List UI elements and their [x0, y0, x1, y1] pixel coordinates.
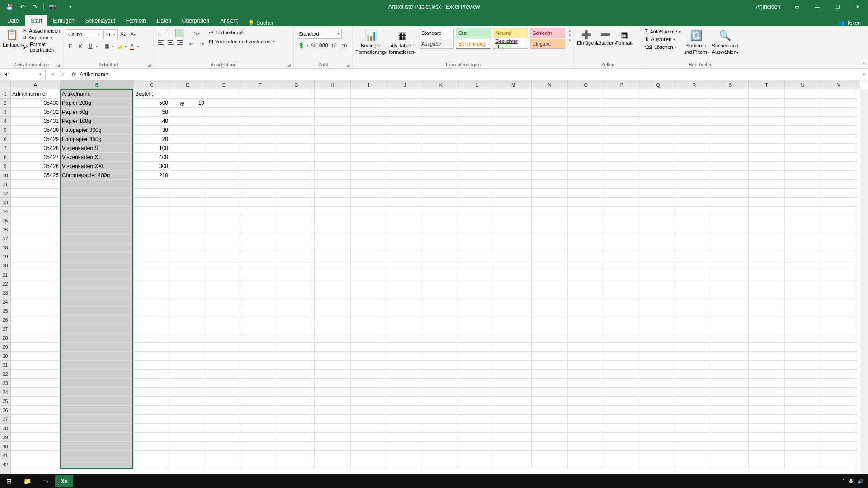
cell[interactable]: [676, 324, 712, 333]
cell[interactable]: [821, 261, 857, 270]
cell[interactable]: [423, 352, 459, 361]
cell[interactable]: [206, 415, 242, 424]
cell[interactable]: [315, 288, 351, 297]
cell[interactable]: [242, 379, 278, 388]
cell[interactable]: [604, 207, 640, 216]
cell[interactable]: [387, 370, 423, 379]
cell[interactable]: [61, 216, 134, 225]
cell[interactable]: [568, 370, 604, 379]
cell[interactable]: [242, 433, 278, 442]
cell[interactable]: [206, 424, 242, 433]
cell[interactable]: [604, 415, 640, 424]
cell[interactable]: [459, 207, 495, 216]
cell[interactable]: [351, 108, 387, 117]
cell[interactable]: [315, 451, 351, 460]
cell[interactable]: [532, 153, 568, 162]
cell[interactable]: [134, 460, 170, 469]
cell[interactable]: [206, 297, 242, 306]
cell[interactable]: [532, 315, 568, 324]
formula-input[interactable]: Artikelname: [78, 71, 860, 78]
cell[interactable]: [423, 397, 459, 406]
cell[interactable]: [821, 424, 857, 433]
cell[interactable]: [315, 89, 351, 99]
cell[interactable]: [315, 270, 351, 279]
cell[interactable]: [351, 288, 387, 297]
cell[interactable]: [712, 243, 749, 252]
cell[interactable]: [495, 324, 532, 333]
cell[interactable]: [170, 225, 206, 234]
cell[interactable]: [242, 108, 278, 117]
cell[interactable]: [206, 261, 242, 270]
cell[interactable]: [61, 424, 134, 433]
cell[interactable]: [459, 153, 495, 162]
cell[interactable]: [11, 252, 61, 261]
cell[interactable]: [749, 225, 785, 234]
cell[interactable]: [423, 162, 459, 171]
cell[interactable]: [604, 361, 640, 370]
cut-button[interactable]: ✂Ausschneiden: [23, 28, 61, 34]
italic-button[interactable]: K: [76, 42, 85, 51]
cell[interactable]: [785, 234, 821, 243]
cell[interactable]: [351, 415, 387, 424]
cell[interactable]: [568, 171, 604, 180]
cell[interactable]: [749, 144, 785, 153]
column-header[interactable]: D: [170, 80, 206, 89]
column-header[interactable]: E: [206, 80, 242, 89]
cell[interactable]: [495, 243, 532, 252]
cell[interactable]: [785, 180, 821, 189]
cell[interactable]: [640, 207, 676, 216]
cell[interactable]: [495, 135, 532, 144]
column-header[interactable]: V: [821, 80, 857, 89]
cell[interactable]: [278, 108, 315, 117]
cell[interactable]: [242, 153, 278, 162]
cell[interactable]: [351, 315, 387, 324]
cell[interactable]: [278, 135, 315, 144]
cell[interactable]: [821, 171, 857, 180]
cell[interactable]: [712, 406, 749, 415]
cell[interactable]: [423, 451, 459, 460]
cell[interactable]: [785, 315, 821, 324]
cell[interactable]: [242, 162, 278, 171]
style-gallery-more-icon[interactable]: ▾: [569, 38, 571, 42]
cell[interactable]: [134, 315, 170, 324]
cell[interactable]: [459, 288, 495, 297]
ribbon-options-icon[interactable]: ▭: [787, 0, 807, 14]
cell[interactable]: [423, 207, 459, 216]
cell[interactable]: [242, 333, 278, 343]
cell[interactable]: [640, 297, 676, 306]
cell[interactable]: [134, 333, 170, 343]
cell[interactable]: 35426: [11, 162, 61, 171]
column-header[interactable]: H: [315, 80, 351, 89]
cell[interactable]: [351, 135, 387, 144]
cell[interactable]: [242, 460, 278, 469]
cell[interactable]: [206, 460, 242, 469]
row-header[interactable]: 22: [0, 279, 10, 288]
cell-style-neutral[interactable]: Neutral: [493, 28, 528, 38]
cell[interactable]: [423, 189, 459, 198]
cell[interactable]: [315, 180, 351, 189]
column-header[interactable]: N: [532, 80, 568, 89]
cell[interactable]: [749, 216, 785, 225]
cell[interactable]: [423, 315, 459, 324]
decrease-decimal-button[interactable]: .00: [339, 41, 348, 50]
cell[interactable]: [495, 171, 532, 180]
cell[interactable]: [785, 388, 821, 397]
cell[interactable]: 300: [134, 162, 170, 171]
dialog-launcher-icon[interactable]: ◢: [147, 63, 151, 67]
cell[interactable]: [676, 135, 712, 144]
collapse-ribbon-icon[interactable]: ˄: [863, 62, 865, 67]
cell[interactable]: [351, 424, 387, 433]
cell[interactable]: [11, 270, 61, 279]
row-header[interactable]: 39: [0, 433, 10, 442]
cell[interactable]: [315, 171, 351, 180]
cell[interactable]: [568, 126, 604, 135]
cell[interactable]: [785, 415, 821, 424]
cell[interactable]: [242, 99, 278, 108]
cell[interactable]: 210: [134, 171, 170, 180]
cell[interactable]: [351, 153, 387, 162]
cell[interactable]: [11, 397, 61, 406]
cell[interactable]: [749, 424, 785, 433]
cell[interactable]: [712, 225, 749, 234]
cell[interactable]: [206, 343, 242, 352]
cell[interactable]: [423, 153, 459, 162]
